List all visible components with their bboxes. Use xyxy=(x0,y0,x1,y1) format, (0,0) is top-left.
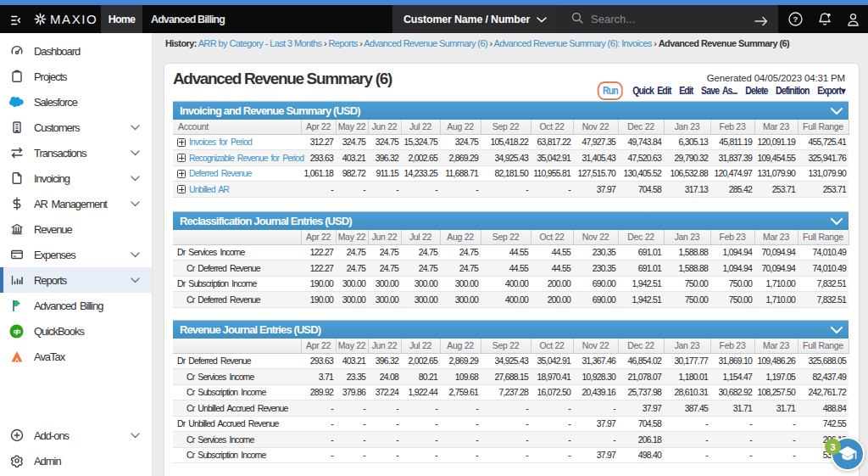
svg-text:?: ? xyxy=(793,14,798,24)
svg-text:qb: qb xyxy=(14,328,21,335)
